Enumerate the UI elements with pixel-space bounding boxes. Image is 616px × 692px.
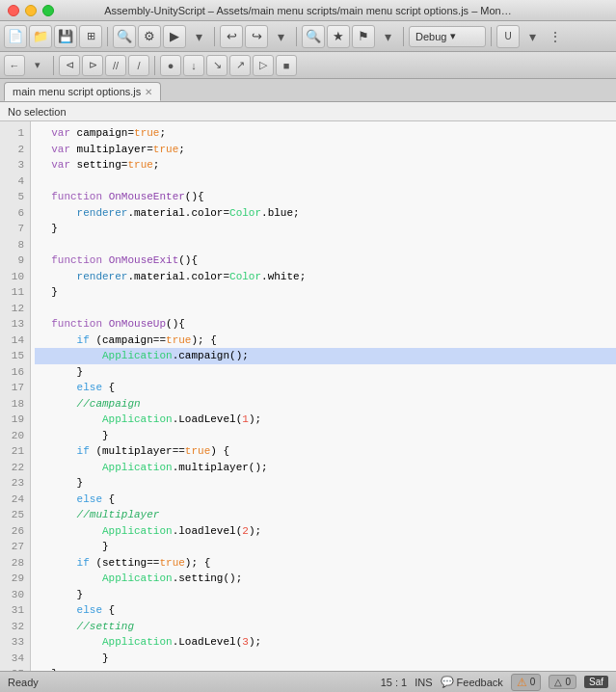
breakpoint-button[interactable]: ● (160, 55, 181, 76)
save-file-button[interactable]: 💾 (54, 25, 77, 48)
step-button[interactable]: ↓ (183, 55, 204, 76)
run-button[interactable]: ⚑ (352, 25, 375, 48)
selection-text: No selection (8, 106, 67, 118)
window-title: Assembly-UnityScript – Assets/main menu … (104, 5, 511, 16)
line-number: 26 (4, 523, 24, 540)
code-line[interactable]: function OnMouseExit(){ (35, 253, 616, 269)
tb2-dropdown1-icon[interactable]: ▾ (27, 55, 48, 76)
step-out-button[interactable]: ↗ (229, 55, 251, 76)
code-line[interactable]: else { (35, 492, 616, 508)
code-line[interactable]: renderer.material.color=Color.blue; (35, 205, 616, 222)
code-line[interactable]: } (35, 284, 616, 301)
selection-bar: No selection (0, 102, 616, 121)
warning-icon: ⚠ (517, 676, 527, 689)
zoom-in-button[interactable]: 🔍 (302, 25, 325, 48)
code-content[interactable]: var campaign=true; var multiplayer=true;… (31, 121, 616, 671)
code-line[interactable]: function OnMouseUp(){ (35, 316, 616, 333)
code-line[interactable] (35, 301, 616, 317)
forward-button[interactable]: ↪ (245, 25, 268, 48)
code-line[interactable]: } (35, 221, 616, 237)
code-line[interactable]: Application.campaign(); (35, 348, 616, 364)
unity-button[interactable]: U (496, 25, 520, 48)
line-number: 11 (4, 284, 24, 301)
code-line[interactable]: else { (35, 602, 616, 619)
tab-close-button[interactable]: ✕ (145, 87, 152, 97)
line-number: 33 (4, 634, 24, 651)
code-line[interactable]: } (35, 475, 616, 492)
run-dropdown-icon[interactable]: ▾ (377, 26, 398, 47)
stop-button[interactable]: ■ (276, 55, 297, 76)
comment-button[interactable]: // (105, 55, 126, 76)
code-line[interactable]: Application.setting(); (35, 571, 616, 587)
minimize-button[interactable] (25, 5, 37, 16)
error-count: 0 (565, 677, 571, 687)
close-button[interactable] (8, 5, 19, 16)
code-line[interactable]: //campaign (35, 396, 616, 413)
warnings-badge: ⚠ 0 (511, 674, 542, 691)
divider7 (154, 56, 155, 75)
unity-dropdown-icon[interactable]: ▾ (522, 26, 543, 47)
indent-button[interactable]: ⊳ (82, 55, 103, 76)
code-line[interactable]: //multiplayer (35, 507, 616, 523)
code-line[interactable] (35, 173, 616, 190)
maximize-button[interactable] (42, 5, 54, 16)
divider1 (107, 27, 108, 46)
line-numbers: 1234567891011121314151617181920212223242… (0, 121, 31, 671)
insert-mode: INS (415, 677, 432, 688)
search-button[interactable]: 🔍 (113, 25, 136, 48)
copy-button[interactable]: ⊞ (79, 25, 102, 48)
code-line[interactable]: else { (35, 380, 616, 396)
feedback-label: Feedback (457, 677, 503, 688)
line-number: 1 (4, 125, 24, 142)
outdent-button[interactable]: ⊲ (59, 55, 80, 76)
code-line[interactable]: var setting=true; (35, 157, 616, 173)
feedback-button[interactable]: 💬 Feedback (441, 676, 503, 688)
back-button[interactable]: ↩ (220, 25, 243, 48)
line-number: 18 (4, 396, 24, 413)
code-line[interactable]: Application.loadlevel(2); (35, 523, 616, 540)
code-line[interactable]: renderer.material.color=Color.white; (35, 269, 616, 285)
code-line[interactable]: } (35, 666, 616, 671)
line-number: 25 (4, 507, 24, 523)
nav-dropdown-icon[interactable]: ▾ (270, 26, 291, 47)
bookmark-button[interactable]: ★ (327, 25, 350, 48)
more-options-icon[interactable]: ⋮ (545, 26, 566, 47)
code-line[interactable]: } (35, 428, 616, 444)
step-into-button[interactable]: ↘ (206, 55, 228, 76)
dropdown-arrow-icon[interactable]: ▾ (188, 26, 209, 47)
code-line[interactable]: } (35, 539, 616, 555)
build-button[interactable]: ▶ (163, 25, 186, 48)
code-line[interactable] (35, 237, 616, 253)
uncomment-button[interactable]: / (128, 55, 149, 76)
code-line[interactable]: function OnMouseEnter(){ (35, 189, 616, 205)
code-line[interactable]: var campaign=true; (35, 125, 616, 142)
code-line[interactable]: if (campaign==true); { (35, 333, 616, 349)
code-line[interactable]: Application.LoadLevel(3); (35, 634, 616, 651)
code-line[interactable]: if (setting==true); { (35, 555, 616, 572)
settings-button[interactable]: ⚙ (138, 25, 161, 48)
warning-count: 0 (530, 677, 536, 687)
code-line[interactable]: if (multiplayer==true) { (35, 443, 616, 460)
code-line[interactable]: } (35, 364, 616, 381)
debug-dropdown[interactable]: Debug ▾ (409, 26, 486, 47)
code-line[interactable]: //setting (35, 619, 616, 635)
line-number: 9 (4, 253, 24, 269)
open-file-button[interactable]: 📁 (29, 25, 52, 48)
tabbar: main menu script options.js ✕ (0, 79, 616, 102)
line-number: 3 (4, 157, 24, 173)
titlebar: Assembly-UnityScript – Assets/main menu … (0, 0, 616, 21)
line-number: 24 (4, 492, 24, 508)
code-line[interactable]: Application.multiplayer(); (35, 460, 616, 476)
code-line[interactable]: Application.LoadLevel(1); (35, 412, 616, 428)
indent-left-button[interactable]: ← (4, 55, 25, 76)
code-line[interactable]: } (35, 587, 616, 603)
code-line[interactable]: } (35, 651, 616, 667)
errors-badge: △ 0 (549, 675, 576, 689)
continue-button[interactable]: ▷ (253, 55, 274, 76)
code-line[interactable]: var multiplayer=true; (35, 142, 616, 158)
line-number: 15 (4, 348, 24, 364)
new-file-button[interactable]: 📄 (4, 25, 27, 48)
editor-tab[interactable]: main menu script options.js ✕ (4, 82, 161, 101)
cursor-position: 15 : 1 (381, 677, 408, 688)
line-number: 21 (4, 443, 24, 460)
